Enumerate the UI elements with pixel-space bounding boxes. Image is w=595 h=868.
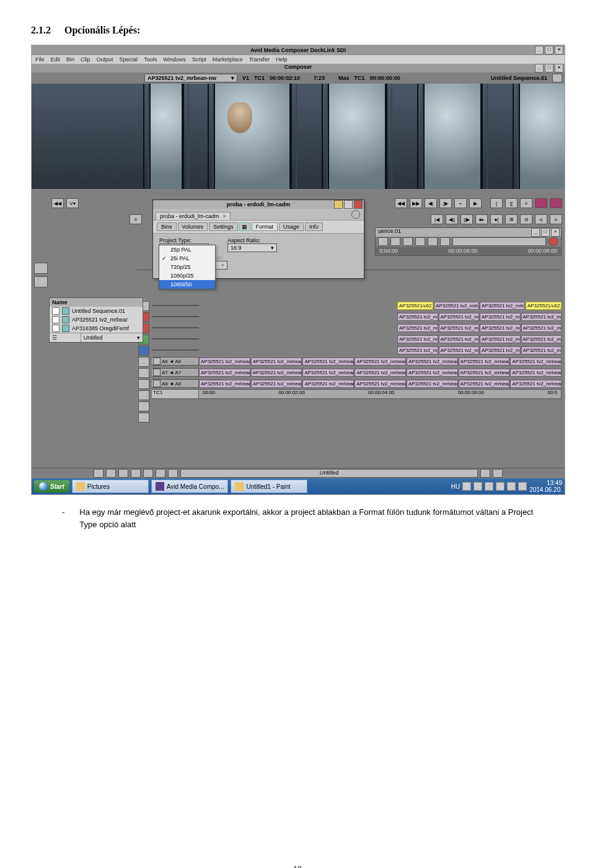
collapse-button[interactable]: ⪡ [535,214,547,224]
proj-max-button[interactable] [344,200,353,209]
dock-icon[interactable] [156,469,165,478]
tray-icon[interactable] [507,482,516,491]
tl-tool-icon[interactable] [138,413,149,423]
menu-edit[interactable]: Edit [51,56,61,63]
seq-tool-icon[interactable] [403,237,413,246]
tl-tool-blue-icon[interactable] [138,346,149,356]
video-track[interactable]: AP325521 tv2_mrbean-nAP325521 tv2_mrbean… [151,311,562,322]
play-in-out-button[interactable]: ◀|| [446,214,458,224]
rewind-button[interactable]: ◀◀ [395,198,407,208]
menu-option[interactable]: ✓25i PAL [159,254,215,263]
subtab-format[interactable]: Format [252,222,278,231]
clear-marks-button[interactable]: ≡ [520,198,532,208]
menu-help[interactable]: Help [276,56,288,63]
audio-track[interactable]: A6◄ A6AP325521 tv2_mrbean-nAP325521 tv2_… [151,356,562,367]
dock-icon[interactable] [118,469,128,478]
project-tab[interactable]: proba - erdodi_lm-cadm× [156,212,231,220]
seq-min[interactable]: _ [531,228,540,237]
subtab-info[interactable]: Info [305,222,323,231]
seq-close[interactable]: × [551,228,560,237]
trim-button[interactable]: ⊞ [505,214,518,224]
gear-icon[interactable] [351,210,360,219]
menu-clip[interactable]: Clip [81,56,90,63]
expand-button[interactable]: ⪢ [550,214,562,224]
composer-close[interactable]: × [555,64,563,72]
video-track[interactable]: AP325521 tv2_mrbean-nAP325521 tv2_mrbean… [151,322,562,333]
v-button[interactable]: V▾ [66,198,79,208]
tray-icon[interactable] [474,482,482,491]
subtab-settings[interactable]: Settings [209,222,238,231]
mark-out-button[interactable]: ][ [505,198,518,208]
menu-option[interactable]: 1080i/50 [159,280,215,289]
taskbar-clock[interactable]: 13:492014.06.20. [529,480,562,493]
menu-windows[interactable]: Windows [163,56,186,63]
step-fwd-button[interactable]: |▶ [439,198,452,208]
bin-row[interactable]: AP325521 tv2_mrbear [50,315,143,324]
menu-marketplace[interactable]: Marketplace [213,56,243,63]
goto-in-button[interactable]: |◀ [431,214,443,224]
language-indicator[interactable]: HU [451,483,460,490]
effect-button[interactable] [535,198,547,208]
subtab-volumes[interactable]: Volumes [178,222,208,231]
seq-max[interactable]: □ [541,228,550,237]
bin-row[interactable]: Untitled Sequence.01 [50,307,143,315]
tool-icon[interactable] [34,276,48,287]
dock-icon[interactable] [143,469,153,478]
taskbar-item-paint[interactable]: Untitled1 - Paint [231,480,307,493]
dock-icon[interactable] [480,469,490,478]
subtab-bins[interactable]: Bins [157,222,177,231]
bin-row[interactable]: AP316385 OregdiFemf [50,324,143,333]
dock-icon[interactable] [94,469,104,478]
play-button[interactable]: ▶ [469,198,482,208]
taskbar-item-pictures[interactable]: Pictures [72,480,149,493]
video-track[interactable]: AP325521 tv2_mrbean-nAP325521 tv2_mrbean… [151,333,562,344]
tool-icon[interactable] [34,263,48,274]
maximize-button[interactable]: □ [545,46,553,55]
dock-icon[interactable] [493,469,503,478]
seq-tool-icon[interactable] [440,237,450,246]
seq-tool-icon[interactable] [428,237,438,246]
fastfwd-button[interactable]: ▶▶ [410,198,422,208]
subtab-usage[interactable]: Usage [279,222,304,231]
checkbox-icon[interactable] [52,325,60,332]
taskbar-item-avid[interactable]: Avid Media Compo... [151,480,229,493]
step-back-button[interactable]: ◀| [425,198,437,208]
video-track[interactable]: AP325521 tv2_mrbean-nAP325521 tv2_mrbean… [151,344,562,356]
info-menu-icon[interactable] [552,74,562,82]
tl-tool-icon[interactable] [138,390,149,400]
menu-transfer[interactable]: Transfer [249,56,270,63]
proj-close-button[interactable] [354,200,363,209]
tray-icon[interactable] [462,482,471,491]
menu-bin[interactable]: Bin [66,56,74,63]
menu-option[interactable]: 25p PAL [159,245,215,254]
seq-tool-icon[interactable] [415,237,425,246]
disable-button[interactable]: ⊘ [520,214,532,224]
minimize-button[interactable]: _ [535,46,544,55]
row2-btn1[interactable]: ≡ [130,214,142,224]
proj-min-button[interactable] [334,200,343,209]
record-icon[interactable] [549,237,558,246]
menu-special[interactable]: Special [120,56,138,63]
project-type-menu[interactable]: 25p PAL ✓25i PAL 720p/25 1080p/25 1080i/… [159,245,216,289]
add-edit-button[interactable]: ●[ [490,214,503,224]
menu-file[interactable]: File [35,56,45,63]
checkbox-icon[interactable] [52,307,60,315]
dock-icon[interactable] [131,469,141,478]
tl-tool-icon[interactable] [138,368,149,378]
effect2-button[interactable] [550,198,562,208]
menu-option[interactable]: 720p/25 [159,263,215,271]
audio-track[interactable]: A7◄ A7AP325521 tv2_mrbean-nAP325521 tv2_… [151,367,562,378]
tray-icon[interactable] [485,482,493,491]
close-button[interactable]: × [555,46,563,55]
tl-tool-icon[interactable] [138,401,149,411]
dock-icon[interactable] [106,469,116,478]
start-button[interactable]: Start [34,480,69,493]
menu-output[interactable]: Output [97,56,113,63]
goto-out-button[interactable]: ||▶ [461,214,473,224]
menu-script[interactable]: Script [192,56,206,63]
clip-dropdown[interactable]: AP325521 tv2_mrbean-nw▾ [144,74,237,82]
seq-tool-icon[interactable] [378,237,388,246]
tray-icon[interactable] [496,482,505,491]
tl-tool-icon[interactable] [138,357,149,367]
checkbox-icon[interactable] [52,316,60,323]
